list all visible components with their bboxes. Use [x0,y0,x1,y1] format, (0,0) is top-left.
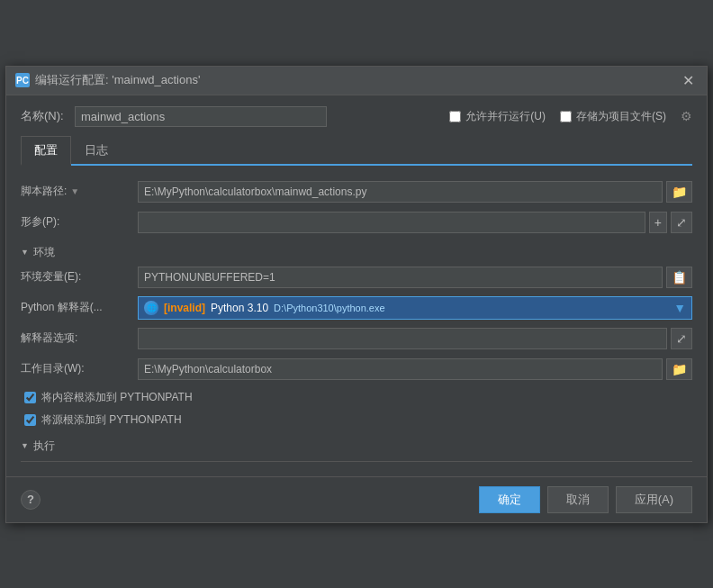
env-var-input[interactable] [138,267,663,288]
name-input[interactable] [75,106,327,127]
form-section: 脚本路径: ▼ 📁 形参(P): + ⤢ [21,178,692,466]
env-var-row: 环境变量(E): 📋 [21,264,692,291]
dialog: PC 编辑运行配置: 'mainwd_actions' ✕ 名称(N): 允许并… [5,66,708,523]
title-bar-left: PC 编辑运行配置: 'mainwd_actions' [15,72,200,88]
parallel-checkbox[interactable] [449,111,461,122]
interp-options-expand[interactable]: ⤢ [671,328,692,349]
python-interp-field: 🌐 [invalid] Python 3.10 D:\Python310\pyt… [138,296,692,320]
app-icon: PC [15,73,30,87]
name-label: 名称(N): [21,108,75,124]
tab-config[interactable]: 配置 [21,136,71,166]
close-button[interactable]: ✕ [679,72,698,89]
python-interp-label: Python 解释器(... [21,300,138,315]
python-dropdown-arrow: ▼ [673,301,686,315]
save-option: 存储为项目文件(S) [560,109,666,124]
env-section-header: ▼ 环境 [21,245,692,260]
working-dir-browse[interactable]: 📁 [666,358,692,380]
top-options: 允许并行运行(U) 存储为项目文件(S) ⚙ [449,109,692,124]
python-path-text: D:\Python310\python.exe [274,303,385,313]
python-interp-row: Python 解释器(... 🌐 [invalid] Python 3.10 D… [21,294,692,321]
gear-icon[interactable]: ⚙ [681,109,692,123]
python-invalid-text: [invalid] [164,302,205,314]
args-fullscreen[interactable]: ⤢ [671,212,692,233]
args-row: 形参(P): + ⤢ [21,209,692,236]
footer-buttons: 确定 取消 应用(A) [479,486,692,513]
env-var-label: 环境变量(E): [21,269,138,285]
working-dir-field: 📁 [138,358,692,380]
args-expand[interactable]: + [649,212,667,233]
args-label: 形参(P): [21,214,138,230]
python-select[interactable]: 🌐 [invalid] Python 3.10 D:\Python310\pyt… [138,296,692,320]
content-root-checkbox[interactable] [24,392,36,403]
python-globe-icon: 🌐 [144,301,158,315]
checkbox2-row: 将源根添加到 PYTHONPATH [21,412,692,428]
save-checkbox[interactable] [560,111,572,122]
help-button[interactable]: ? [21,490,41,510]
checkbox1-row: 将内容根添加到 PYTHONPATH [21,390,692,405]
separator [21,461,692,462]
apply-button[interactable]: 应用(A) [616,486,692,513]
dialog-body: 名称(N): 允许并行运行(U) 存储为项目文件(S) ⚙ 配置 日志 [6,95,707,476]
name-row: 名称(N): 允许并行运行(U) 存储为项目文件(S) ⚙ [21,106,692,127]
env-toggle[interactable]: ▼ [21,248,29,257]
source-root-label: 将源根添加到 PYTHONPATH [41,412,182,428]
exec-toggle[interactable]: ▼ [21,441,29,450]
script-path-input[interactable] [138,181,663,203]
interp-options-row: 解释器选项: ⤢ [21,325,692,352]
save-label: 存储为项目文件(S) [576,109,666,124]
script-path-browse[interactable]: 📁 [666,181,692,203]
parallel-label: 允许并行运行(U) [465,109,546,124]
confirm-button[interactable]: 确定 [479,486,540,513]
source-root-checkbox[interactable] [24,414,36,426]
exec-section-header: ▼ 执行 [21,439,692,454]
footer-left: ? [21,490,41,510]
title-bar: PC 编辑运行配置: 'mainwd_actions' ✕ [6,67,707,95]
dialog-footer: ? 确定 取消 应用(A) [6,476,707,522]
tab-log[interactable]: 日志 [71,136,122,166]
interp-options-field: ⤢ [138,328,692,349]
content-root-label: 将内容根添加到 PYTHONPATH [41,390,193,405]
script-path-row: 脚本路径: ▼ 📁 [21,178,692,205]
env-var-edit[interactable]: 📋 [666,267,692,288]
parallel-option: 允许并行运行(U) [449,109,546,124]
script-path-field: 📁 [138,181,692,203]
working-dir-row: 工作目录(W): 📁 [21,356,692,383]
cancel-button[interactable]: 取消 [547,486,609,513]
working-dir-input[interactable] [138,358,663,380]
dialog-title: 编辑运行配置: 'mainwd_actions' [35,72,200,88]
python-version-text: Python 3.10 [211,302,268,314]
env-var-field: 📋 [138,267,692,288]
interp-options-label: 解释器选项: [21,330,138,346]
args-input[interactable] [138,212,645,233]
python-select-inner: 🌐 [invalid] Python 3.10 D:\Python310\pyt… [144,301,385,315]
interp-options-input[interactable] [138,328,667,349]
script-path-label: 脚本路径: ▼ [21,184,138,199]
tabs: 配置 日志 [21,136,692,166]
args-field: + ⤢ [138,212,692,233]
script-path-arrow[interactable]: ▼ [70,186,79,196]
working-dir-label: 工作目录(W): [21,361,138,376]
